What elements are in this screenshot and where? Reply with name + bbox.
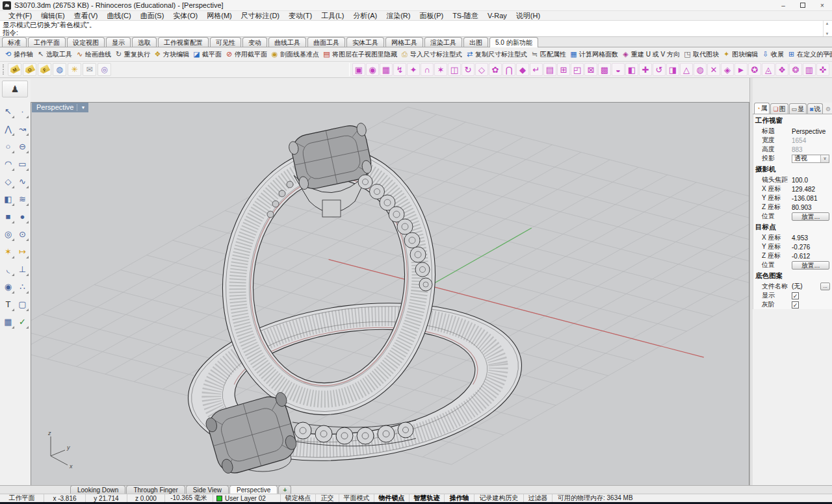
gumball-button[interactable]: ⟲操作轴 xyxy=(3,49,34,60)
selection-tools-button[interactable]: ↖选取工具 xyxy=(35,49,73,60)
toolbar-tab-12[interactable]: 渲染工具 xyxy=(424,37,462,47)
tsplines-icon-17[interactable]: ⊠ xyxy=(584,63,597,76)
checkbox[interactable]: ✓ xyxy=(792,292,799,299)
toolbar-grip[interactable] xyxy=(3,64,6,75)
restore-button[interactable] xyxy=(793,0,812,10)
tsplines-icon-21[interactable]: ✚ xyxy=(639,63,652,76)
viewport-menu-arrow-icon[interactable]: ▼ xyxy=(81,105,85,110)
tsplines-icon-10[interactable]: ✿ xyxy=(489,63,502,76)
clipping-plane-button[interactable]: ◪截平面 xyxy=(191,49,223,60)
toggle-7[interactable]: 过滤器 xyxy=(524,494,552,502)
tsplines-icon-34[interactable]: ✜ xyxy=(816,63,829,76)
property-value[interactable]: 80.903 xyxy=(792,204,812,211)
surface-icon[interactable]: ◧ xyxy=(1,190,15,207)
property-value[interactable]: -0.276 xyxy=(792,244,810,251)
tsplines-icon-7[interactable]: ◫ xyxy=(448,63,461,76)
import-dim-style-button[interactable]: ⎙导入尺寸标注型式 xyxy=(399,49,463,60)
text-icon[interactable]: T xyxy=(1,296,15,312)
gear-icon[interactable]: ⚙ xyxy=(826,106,831,114)
menu-item-6[interactable]: 网格(M) xyxy=(202,11,237,21)
polygon-icon[interactable]: ◇ xyxy=(1,173,15,190)
tag-f-icon[interactable]: F xyxy=(38,63,51,76)
toolbar-tab-6[interactable]: 可见性 xyxy=(210,37,241,47)
group-icon[interactable]: ◉ xyxy=(1,278,15,295)
toolbar-tab-14[interactable]: 5.0 的新功能 xyxy=(489,37,538,47)
shrink-button[interactable]: ⇩收展 xyxy=(760,49,785,60)
menu-item-11[interactable]: 渲染(R) xyxy=(382,11,415,21)
explode-icon[interactable]: ✶ xyxy=(1,243,15,260)
loft-icon[interactable]: ≋ xyxy=(16,190,29,207)
toggle-1[interactable]: 正交 xyxy=(316,494,339,502)
tsplines-icon-30[interactable]: ◬ xyxy=(762,63,775,76)
scroll-up-icon[interactable]: ▲ xyxy=(826,21,829,25)
mail-icon[interactable]: ✉ xyxy=(83,63,96,76)
command-prompt[interactable]: 指令: xyxy=(3,29,822,36)
tsplines-icon-18[interactable]: ▩ xyxy=(598,63,611,76)
box-edit-button[interactable]: ❖方块编辑 xyxy=(152,49,190,60)
tsplines-icon-9[interactable]: ◇ xyxy=(475,63,488,76)
menu-item-12[interactable]: 面板(P) xyxy=(415,11,448,21)
arc-icon[interactable]: ◠ xyxy=(1,155,15,172)
circle-icon[interactable]: ○ xyxy=(1,138,15,155)
property-value[interactable]: Perspective xyxy=(792,128,826,135)
minimize-button[interactable]: – xyxy=(774,0,793,10)
toolbar-tab-13[interactable]: 出图 xyxy=(463,37,488,47)
snowflake-icon[interactable]: ✳ xyxy=(68,63,81,76)
tsplines-icon-26[interactable]: ✕ xyxy=(707,63,720,76)
property-value[interactable]: -0.612 xyxy=(792,253,810,260)
viewport-title-tab[interactable]: Perspective ▼ xyxy=(32,103,88,112)
tsplines-icon-2[interactable]: ▦ xyxy=(380,63,393,76)
tsplines-icon-14[interactable]: ▤ xyxy=(543,63,556,76)
toolbar-tab-3[interactable]: 显示 xyxy=(106,37,131,47)
toggle-5[interactable]: 操作轴 xyxy=(445,494,474,502)
match-properties-button[interactable]: ≒匹配属性 xyxy=(529,49,567,60)
ellipse-icon[interactable]: ⊖ xyxy=(16,138,29,155)
place-button[interactable]: 放置... xyxy=(792,261,829,270)
toolbar-tab-4[interactable]: 选取 xyxy=(132,37,157,47)
box-icon[interactable]: ■ xyxy=(1,208,15,225)
wire-box-icon[interactable]: ▢ xyxy=(16,296,29,312)
tsplines-icon-4[interactable]: ✦ xyxy=(407,63,420,76)
toolbar-overflow-icon[interactable]: » xyxy=(826,49,830,57)
scale-on-plane-button[interactable]: ⊞在定义的平面上缩放 xyxy=(786,49,832,60)
toggle-6[interactable]: 记录建构历史 xyxy=(474,494,524,502)
hide-layer-in-detail-button[interactable]: ▤将图层在子视图里隐藏 xyxy=(321,49,398,60)
tsplines-icon-15[interactable]: ⊞ xyxy=(557,63,570,76)
person-icon[interactable]: ♟ xyxy=(2,81,28,97)
disc-icon[interactable]: ◎ xyxy=(98,63,111,76)
place-button[interactable]: 放置... xyxy=(792,212,829,221)
tsplines-icon-1[interactable]: ◉ xyxy=(366,63,379,76)
menu-item-14[interactable]: V-Ray xyxy=(483,12,512,19)
block-edit-button[interactable]: ✦图块编辑 xyxy=(721,49,759,60)
tag-o-icon[interactable]: O xyxy=(23,63,36,76)
menu-item-7[interactable]: 尺寸标注(D) xyxy=(237,11,284,21)
extend-icon[interactable]: ↦ xyxy=(16,243,29,260)
tsplines-icon-5[interactable]: ∩ xyxy=(421,63,434,76)
property-value[interactable]: 100.0 xyxy=(792,177,808,184)
toolbar-tab-2[interactable]: 设定视图 xyxy=(67,37,105,47)
viewport-tab-perspective[interactable]: Perspective xyxy=(229,485,278,494)
tsplines-icon-24[interactable]: △ xyxy=(680,63,693,76)
toolbar-tab-0[interactable]: 标准 xyxy=(2,37,27,47)
menu-item-0[interactable]: 文件(F) xyxy=(4,11,36,21)
menu-item-1[interactable]: 编辑(E) xyxy=(36,11,70,21)
tsplines-icon-3[interactable]: ↯ xyxy=(393,63,406,76)
tsplines-icon-33[interactable]: ▥ xyxy=(803,63,816,76)
sketch-curve-button[interactable]: ∿绘画曲线 xyxy=(74,49,112,60)
tsplines-icon-27[interactable]: ◈ xyxy=(721,63,734,76)
toolbar-tab-1[interactable]: 工作平面 xyxy=(28,37,66,47)
checkbox[interactable]: ✓ xyxy=(792,301,799,309)
add-viewport-tab-button[interactable]: + xyxy=(278,485,291,494)
disable-clipping-plane-button[interactable]: ⊘停用截平面 xyxy=(224,49,268,60)
align-icon[interactable]: ⊥ xyxy=(16,260,29,277)
menu-item-10[interactable]: 分析(A) xyxy=(349,11,382,21)
rectangle-icon[interactable]: ▭ xyxy=(16,155,29,172)
replace-block-button[interactable]: ◳取代图块 xyxy=(682,49,720,60)
tsplines-icon-28[interactable]: ► xyxy=(734,63,748,76)
toggle-4[interactable]: 智慧轨迹 xyxy=(410,494,445,502)
section-base-point-button[interactable]: ◉剖面线基准点 xyxy=(269,49,320,60)
rebuild-uv-button[interactable]: ◈重建 U 或 V 方向 xyxy=(620,49,681,60)
menu-item-2[interactable]: 查看(V) xyxy=(70,11,103,21)
toolbar-tab-9[interactable]: 曲面工具 xyxy=(307,37,345,47)
tsplines-icon-20[interactable]: ◧ xyxy=(625,63,638,76)
